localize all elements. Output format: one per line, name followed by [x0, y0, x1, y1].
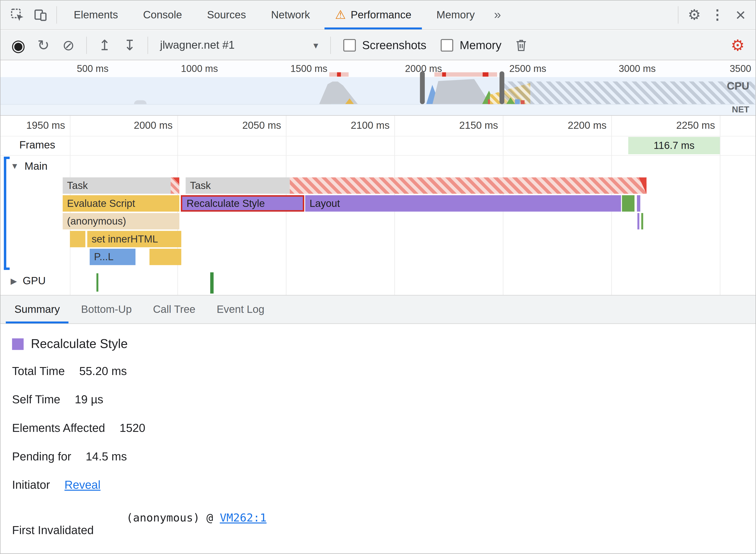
flame-bar-task[interactable]: Task	[186, 177, 290, 194]
cpu-activity-shape	[521, 100, 525, 104]
checkbox-box[interactable]	[441, 39, 453, 51]
tab-label: Console	[143, 8, 182, 21]
more-options-icon[interactable]: ⋮	[706, 3, 729, 26]
flame-bar-longtask-overrun[interactable]	[290, 177, 646, 194]
frames-track-label[interactable]: Frames	[19, 139, 55, 151]
flame-bar-script-small[interactable]	[70, 231, 86, 247]
flame-bar-sliver[interactable]	[637, 213, 639, 229]
flame-bar-evaluate-script[interactable]: Evaluate Script	[63, 195, 179, 212]
reload-and-record-icon[interactable]: ↻	[32, 34, 55, 57]
overview-ruler-label: 1000 ms	[155, 63, 218, 74]
gpu-activity-bar[interactable]	[210, 272, 214, 293]
flame-bar-layout[interactable]: Layout	[305, 195, 621, 212]
stat-label: Total Time	[12, 365, 65, 378]
timeline-ruler-label: 2100 ms	[327, 119, 389, 131]
cpu-activity-shape	[515, 99, 520, 104]
gpu-track-header[interactable]: ▶ GPU	[11, 275, 46, 287]
inspect-element-icon[interactable]	[6, 3, 29, 26]
devtools-tab-bar: Elements Console Sources Network ⚠ Perfo…	[0, 0, 756, 30]
flame-bar-task[interactable]: Task	[63, 177, 179, 194]
screenshots-checkbox[interactable]: Screenshots	[343, 38, 427, 52]
overview-window-right-handle[interactable]	[499, 71, 504, 104]
flame-bar-recalculate-style-selected[interactable]: Recalculate Style	[181, 195, 304, 212]
gpu-activity-bar[interactable]	[97, 273, 99, 292]
divider	[0, 155, 756, 156]
memory-checkbox[interactable]: Memory	[441, 38, 501, 52]
timeline-overview[interactable]: 500 ms 1000 ms 1500 ms 2000 ms 2500 ms 3…	[0, 61, 756, 116]
more-tabs-icon[interactable]: »	[487, 7, 508, 22]
chevron-expanded-icon[interactable]: ▼	[11, 162, 19, 171]
chevron-collapsed-icon[interactable]: ▶	[11, 276, 17, 286]
tab-bottom-up[interactable]: Bottom-Up	[70, 295, 142, 323]
tab-network[interactable]: Network	[259, 0, 322, 30]
tab-console[interactable]: Console	[130, 0, 195, 30]
source-location-link[interactable]: VM262:1	[220, 511, 266, 524]
overview-window-left-handle[interactable]	[420, 71, 425, 104]
save-profile-icon[interactable]: ↧	[118, 34, 142, 57]
stack-frame-function: (anonymous) @	[126, 511, 213, 524]
devtools-window: Elements Console Sources Network ⚠ Perfo…	[0, 0, 756, 554]
tab-sources[interactable]: Sources	[195, 0, 259, 30]
flame-bar-label: set innerHTML	[92, 233, 158, 244]
close-icon[interactable]: ×	[729, 3, 752, 26]
flame-bar-label: P...L	[94, 251, 113, 262]
tab-summary[interactable]: Summary	[4, 295, 70, 323]
clear-icon[interactable]: ⊘	[57, 34, 80, 57]
frame-duration-bar[interactable]: 116.7 ms	[628, 137, 720, 154]
stat-value: 19 µs	[75, 393, 103, 406]
tab-call-tree[interactable]: Call Tree	[142, 295, 206, 323]
tab-performance[interactable]: ⚠ Performance	[322, 0, 424, 30]
overview-ruler-label: 3000 ms	[593, 63, 656, 74]
flame-bar-label: Task	[67, 180, 88, 191]
initiator-reveal-link[interactable]: Reveal	[64, 478, 101, 491]
summary-stat-row: Elements Affected1520	[12, 421, 145, 435]
overview-ruler-label: 500 ms	[46, 63, 108, 74]
stat-label: Initiator	[12, 478, 50, 491]
divider	[148, 36, 148, 54]
load-profile-icon[interactable]: ↥	[93, 34, 116, 57]
tab-event-log[interactable]: Event Log	[206, 295, 275, 323]
tab-label: Memory	[436, 8, 475, 21]
flame-bar-set-innerhtml[interactable]: set innerHTML	[87, 231, 181, 247]
divider	[330, 36, 331, 54]
stat-label: Elements Affected	[12, 421, 105, 434]
cpu-strip-label: CPU	[727, 80, 749, 93]
tab-label: Performance	[350, 8, 411, 21]
flame-bar-sliver[interactable]	[637, 195, 640, 212]
flame-bar-label: (anonymous)	[67, 216, 126, 227]
capture-settings-gear-icon[interactable]: ⚙	[726, 34, 749, 57]
overview-net-strip[interactable]	[0, 104, 756, 115]
summary-panel: Recalculate Style Total Time55.20 ms Sel…	[0, 324, 756, 554]
first-invalidated-label: First Invalidated	[12, 523, 94, 537]
flame-bar-label: Recalculate Style	[186, 198, 265, 209]
main-track-label: Main	[24, 160, 48, 173]
device-toolbar-icon[interactable]	[29, 3, 52, 26]
tab-elements[interactable]: Elements	[61, 0, 130, 30]
tab-label: Sources	[207, 8, 246, 21]
flame-bar-script-small[interactable]	[149, 249, 181, 265]
stat-value: 55.20 ms	[79, 365, 127, 378]
tab-memory[interactable]: Memory	[424, 0, 487, 30]
gridline	[720, 116, 720, 295]
flame-bar-parse-html[interactable]: P...L	[90, 249, 136, 265]
net-strip-label: NET	[732, 105, 749, 115]
flame-bar-paint[interactable]	[622, 195, 635, 212]
flame-bar-sliver[interactable]	[641, 213, 643, 229]
timeline-ruler-label: 2250 ms	[652, 119, 715, 131]
summary-stat-row: Total Time55.20 ms	[12, 365, 127, 378]
frame-duration-value: 116.7 ms	[653, 140, 695, 151]
stat-value: 1520	[119, 421, 145, 434]
tabbar-right-controls: ⚙ ⋮ ×	[674, 3, 756, 26]
flame-bar-anonymous[interactable]: (anonymous)	[63, 213, 179, 229]
record-button[interactable]: ◉	[7, 34, 30, 57]
timeline-ruler-label: 1950 ms	[2, 119, 65, 131]
warning-icon: ⚠	[335, 8, 346, 22]
tab-label: Bottom-Up	[81, 303, 132, 316]
checkbox-box[interactable]	[343, 39, 356, 51]
trash-icon[interactable]	[510, 34, 533, 57]
settings-gear-icon[interactable]: ⚙	[683, 3, 706, 26]
profile-select[interactable]: jlwagner.net #1 ▾	[154, 35, 324, 56]
summary-stat-row: Pending for14.5 ms	[12, 450, 127, 463]
flame-bar-label: Task	[190, 180, 211, 191]
main-track-header[interactable]: ▼ Main	[11, 160, 48, 173]
